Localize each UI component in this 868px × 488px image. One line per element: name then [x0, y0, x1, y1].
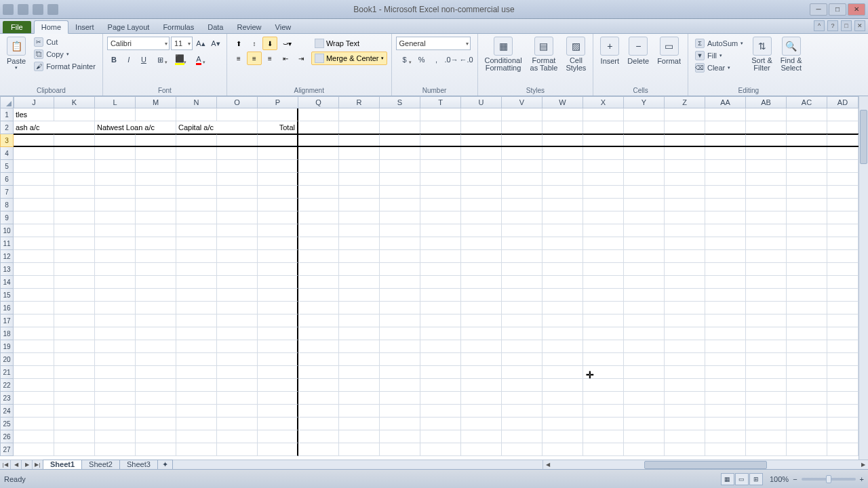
- tab-review[interactable]: Review: [230, 21, 268, 33]
- cell-Z2[interactable]: [665, 121, 705, 134]
- cell-Z9[interactable]: [665, 211, 705, 224]
- cell-AB9[interactable]: [746, 211, 787, 224]
- cell-X7[interactable]: [583, 186, 624, 199]
- cell-L11[interactable]: [95, 237, 136, 250]
- cell-P6[interactable]: [258, 173, 298, 186]
- cell-M8[interactable]: [136, 199, 176, 211]
- cell-U13[interactable]: [461, 263, 502, 276]
- cell-Y25[interactable]: [624, 418, 665, 430]
- cell-M11[interactable]: [136, 237, 176, 250]
- cell-S27[interactable]: [380, 443, 420, 456]
- cell-W8[interactable]: [542, 199, 583, 211]
- help-icon[interactable]: ?: [827, 20, 838, 31]
- align-top-button[interactable]: ⬆: [231, 37, 246, 50]
- cell-Y1[interactable]: [624, 108, 665, 121]
- cell-X1[interactable]: [583, 108, 624, 121]
- maximize-button[interactable]: □: [829, 3, 846, 16]
- cell-M9[interactable]: [136, 211, 176, 224]
- close-button[interactable]: ✕: [848, 3, 865, 16]
- align-right-button[interactable]: ≡: [262, 52, 277, 65]
- cell-Q12[interactable]: [298, 250, 339, 263]
- cell-X20[interactable]: [583, 353, 624, 366]
- cell-R27[interactable]: [339, 443, 380, 456]
- col-header-L[interactable]: L: [95, 96, 136, 108]
- cell-P1[interactable]: [258, 108, 298, 121]
- delete-cells-button[interactable]: −Delete: [623, 35, 653, 66]
- cell-P27[interactable]: [258, 443, 298, 456]
- cell-AC1[interactable]: [787, 108, 827, 121]
- cell-V6[interactable]: [502, 173, 542, 186]
- cell-Y6[interactable]: [624, 173, 665, 186]
- cell-X5[interactable]: [583, 160, 624, 173]
- cell-U19[interactable]: [461, 340, 502, 353]
- cell-S6[interactable]: [380, 173, 420, 186]
- cell-T18[interactable]: [420, 327, 461, 340]
- conditional-formatting-button[interactable]: ▦Conditional Formatting: [481, 35, 526, 73]
- tab-home[interactable]: Home: [34, 20, 68, 34]
- cell-J18[interactable]: [14, 327, 54, 340]
- vertical-scrollbar[interactable]: [859, 96, 868, 460]
- cell-V22[interactable]: [502, 379, 542, 392]
- cell-S7[interactable]: [380, 186, 420, 199]
- col-header-N[interactable]: N: [176, 96, 217, 108]
- cell-W7[interactable]: [542, 186, 583, 199]
- cell-AB17[interactable]: [746, 314, 787, 327]
- cell-AB15[interactable]: [746, 289, 787, 302]
- row-header-11[interactable]: 11: [0, 237, 14, 250]
- cell-M24[interactable]: [136, 405, 176, 418]
- cell-AD20[interactable]: [827, 353, 859, 366]
- row-header-7[interactable]: 7: [0, 186, 14, 199]
- cell-P17[interactable]: [258, 314, 298, 327]
- cell-J11[interactable]: [14, 237, 54, 250]
- cell-AC24[interactable]: [787, 405, 827, 418]
- cell-W20[interactable]: [542, 353, 583, 366]
- cell-AA10[interactable]: [705, 224, 746, 237]
- cell-AD6[interactable]: [827, 173, 859, 186]
- cell-W14[interactable]: [542, 276, 583, 289]
- cell-W9[interactable]: [542, 211, 583, 224]
- cell-K10[interactable]: [54, 224, 95, 237]
- sheet-nav-next-icon[interactable]: ▶: [22, 460, 33, 469]
- cell-W27[interactable]: [542, 443, 583, 456]
- cell-X3[interactable]: [583, 134, 624, 147]
- clear-button[interactable]: ⌫Clear▾: [694, 62, 745, 73]
- cell-N6[interactable]: [176, 173, 217, 186]
- cell-AC5[interactable]: [787, 160, 827, 173]
- row-header-19[interactable]: 19: [0, 340, 14, 353]
- cell-R6[interactable]: [339, 173, 380, 186]
- cell-J24[interactable]: [14, 405, 54, 418]
- row-header-12[interactable]: 12: [0, 250, 14, 263]
- cell-X12[interactable]: [583, 250, 624, 263]
- cell-R5[interactable]: [339, 160, 380, 173]
- fill-color-button[interactable]: ⬛: [171, 53, 189, 66]
- cell-AC11[interactable]: [787, 237, 827, 250]
- cell-L15[interactable]: [95, 289, 136, 302]
- cell-AD22[interactable]: [827, 379, 859, 392]
- cell-Y22[interactable]: [624, 379, 665, 392]
- cell-AA1[interactable]: [705, 108, 746, 121]
- cell-AA15[interactable]: [705, 289, 746, 302]
- cell-K15[interactable]: [54, 289, 95, 302]
- cell-P9[interactable]: [258, 211, 298, 224]
- sheet-tab-sheet2[interactable]: Sheet2: [81, 460, 120, 469]
- cell-Y10[interactable]: [624, 224, 665, 237]
- cell-U11[interactable]: [461, 237, 502, 250]
- cell-AA12[interactable]: [705, 250, 746, 263]
- cell-L7[interactable]: [95, 186, 136, 199]
- cell-AD10[interactable]: [827, 224, 859, 237]
- cell-L26[interactable]: [95, 430, 136, 443]
- cell-S3[interactable]: [380, 134, 420, 147]
- cell-T16[interactable]: [420, 302, 461, 314]
- cell-AA6[interactable]: [705, 173, 746, 186]
- cell-Q7[interactable]: [298, 186, 339, 199]
- cell-AA20[interactable]: [705, 353, 746, 366]
- cell-AB27[interactable]: [746, 443, 787, 456]
- cell-W5[interactable]: [542, 160, 583, 173]
- cell-Q3[interactable]: [298, 134, 339, 147]
- cell-J9[interactable]: [14, 211, 54, 224]
- cell-S12[interactable]: [380, 250, 420, 263]
- cell-M6[interactable]: [136, 173, 176, 186]
- cell-Y18[interactable]: [624, 327, 665, 340]
- cell-AC8[interactable]: [787, 199, 827, 211]
- cell-AD7[interactable]: [827, 186, 859, 199]
